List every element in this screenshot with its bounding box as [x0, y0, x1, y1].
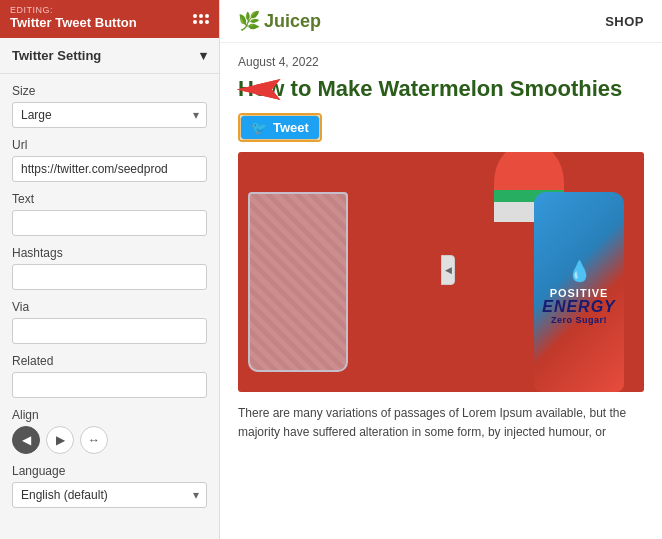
left-panel: EDITING: Twitter Tweet Button Twitter Se…: [0, 0, 220, 539]
editing-info: EDITING: Twitter Tweet Button: [10, 6, 137, 32]
blog-logo: 🌿 Juicep: [238, 10, 321, 32]
blog-body-text: There are many variations of passages of…: [238, 404, 644, 442]
size-field-group: Size Large Small: [12, 84, 207, 128]
align-label: Align: [12, 408, 207, 422]
editing-title: Twitter Tweet Button: [10, 15, 137, 32]
panel-collapse-handle[interactable]: ◀: [441, 255, 455, 285]
logo-text: Juicep: [264, 11, 321, 32]
twitter-bird-icon: 🐦: [251, 120, 267, 135]
energy-can-decoration: 💧 POSITIVE ENERGY Zero Sugar!: [534, 192, 624, 392]
can-zero-text: Zero Sugar!: [551, 315, 607, 325]
blog-header: 🌿 Juicep SHOP: [220, 0, 662, 43]
leaf-icon: 🌿: [238, 10, 260, 32]
language-field-group: Language English (default) Spanish Frenc…: [12, 464, 207, 508]
can-positive-text: POSITIVE: [550, 287, 609, 299]
via-input[interactable]: [12, 318, 207, 344]
via-label: Via: [12, 300, 207, 314]
language-label: Language: [12, 464, 207, 478]
grid-menu-icon[interactable]: [193, 14, 209, 24]
text-label: Text: [12, 192, 207, 206]
size-select[interactable]: Large Small: [12, 102, 207, 128]
url-label: Url: [12, 138, 207, 152]
via-field-group: Via: [12, 300, 207, 344]
related-input[interactable]: [12, 372, 207, 398]
blog-title: How to Make Watermelon Smoothies: [238, 75, 644, 103]
editing-label: EDITING:: [10, 6, 137, 15]
align-field-group: Align ◀ ▶ ↔: [12, 408, 207, 454]
can-energy-text: ENERGY: [542, 299, 616, 315]
url-field-group: Url: [12, 138, 207, 182]
section-title: Twitter Setting: [12, 48, 101, 63]
hashtags-label: Hashtags: [12, 246, 207, 260]
url-input[interactable]: [12, 156, 207, 182]
twitter-setting-section[interactable]: Twitter Setting ▾: [0, 38, 219, 74]
collapse-icon: ◀: [445, 265, 452, 275]
blog-content: August 4, 2022 How to Make Watermelon Sm…: [220, 43, 662, 454]
form-area: Size Large Small Url Text Hashtags Via: [0, 74, 219, 528]
tweet-button[interactable]: 🐦 Tweet: [240, 115, 320, 140]
related-label: Related: [12, 354, 207, 368]
align-center-button[interactable]: ▶: [46, 426, 74, 454]
shop-link[interactable]: SHOP: [605, 14, 644, 29]
language-select-wrap: English (default) Spanish French: [12, 482, 207, 508]
align-row: ◀ ▶ ↔: [12, 426, 207, 454]
text-field-group: Text: [12, 192, 207, 236]
drop-icon: 💧: [567, 259, 592, 283]
related-field-group: Related: [12, 354, 207, 398]
language-select[interactable]: English (default) Spanish French: [12, 482, 207, 508]
size-label: Size: [12, 84, 207, 98]
tweet-label: Tweet: [273, 120, 309, 135]
align-left-button[interactable]: ◀: [12, 426, 40, 454]
right-panel: 🌿 Juicep SHOP August 4, 2022 How to Make…: [220, 0, 662, 539]
chevron-down-icon: ▾: [200, 48, 207, 63]
blog-date: August 4, 2022: [238, 55, 644, 69]
hashtags-input[interactable]: [12, 264, 207, 290]
tweet-button-highlight: 🐦 Tweet: [238, 113, 322, 142]
editing-bar: EDITING: Twitter Tweet Button: [0, 0, 219, 38]
size-select-wrap: Large Small: [12, 102, 207, 128]
glass-decoration: [248, 192, 348, 392]
align-right-button[interactable]: ↔: [80, 426, 108, 454]
hashtags-field-group: Hashtags: [12, 246, 207, 290]
text-input[interactable]: [12, 210, 207, 236]
